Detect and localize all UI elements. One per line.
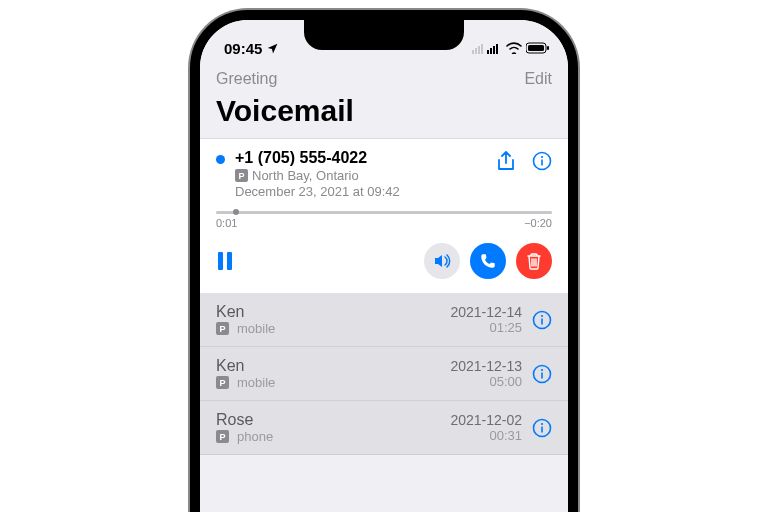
voicemail-date: 2021-12-02: [450, 412, 522, 428]
voicemail-list: Ken Pmobile 2021-12-14 01:25 Ken Pmobile…: [200, 293, 568, 455]
voicemail-datetime: December 23, 2021 at 09:42: [235, 184, 496, 199]
phone-label: phone: [237, 429, 273, 444]
unread-dot-icon: [216, 155, 225, 164]
info-icon[interactable]: [532, 151, 552, 173]
dual-signal-icon: [472, 42, 502, 54]
caller-name: Ken: [216, 303, 450, 321]
share-icon[interactable]: [496, 151, 516, 173]
speaker-button[interactable]: [424, 243, 460, 279]
caller-name: Rose: [216, 411, 450, 429]
list-item[interactable]: Ken Pmobile 2021-12-13 05:00: [200, 347, 568, 401]
voicemail-date: 2021-12-14: [450, 304, 522, 320]
svg-rect-7: [496, 44, 498, 54]
status-left: 09:45: [224, 40, 279, 57]
svg-rect-0: [472, 50, 474, 54]
voicemail-number: +1 (705) 555-4022: [235, 149, 496, 167]
svg-rect-4: [487, 50, 489, 54]
svg-rect-5: [490, 48, 492, 54]
svg-point-23: [541, 422, 543, 424]
svg-rect-15: [227, 252, 232, 270]
svg-rect-10: [547, 46, 549, 50]
svg-rect-2: [478, 46, 480, 54]
caller-name: Ken: [216, 357, 450, 375]
list-item[interactable]: Ken Pmobile 2021-12-14 01:25: [200, 293, 568, 347]
voicemail-duration: 05:00: [450, 374, 522, 389]
greeting-button[interactable]: Greeting: [216, 70, 277, 88]
svg-rect-14: [218, 252, 223, 270]
svg-rect-21: [541, 372, 543, 378]
svg-rect-24: [541, 426, 543, 432]
phone-type-badge-icon: P: [216, 322, 229, 335]
elapsed-time: 0:01: [216, 217, 237, 229]
svg-rect-9: [528, 45, 544, 51]
edit-button[interactable]: Edit: [524, 70, 552, 88]
phone-type-badge-icon: P: [235, 169, 248, 182]
phone-label: mobile: [237, 321, 275, 336]
phone-frame: 09:45 Gre: [190, 10, 578, 512]
phone-type-badge-icon: P: [216, 376, 229, 389]
playback-timeline[interactable]: 0:01 −0:20: [216, 211, 552, 229]
call-back-button[interactable]: [470, 243, 506, 279]
location-arrow-icon: [266, 42, 279, 55]
info-icon[interactable]: [532, 310, 552, 330]
svg-rect-6: [493, 46, 495, 54]
voicemail-expanded: +1 (705) 555-4022 P North Bay, Ontario D…: [200, 138, 568, 293]
pause-button[interactable]: [216, 251, 234, 271]
page-title: Voicemail: [200, 92, 568, 138]
svg-point-17: [541, 314, 543, 316]
voicemail-duration: 01:25: [450, 320, 522, 335]
svg-point-12: [541, 156, 543, 158]
screen: 09:45 Gre: [200, 20, 568, 512]
voicemail-date: 2021-12-13: [450, 358, 522, 374]
svg-rect-13: [541, 160, 543, 166]
info-icon[interactable]: [532, 364, 552, 384]
delete-button[interactable]: [516, 243, 552, 279]
svg-rect-18: [541, 318, 543, 324]
voicemail-duration: 00:31: [450, 428, 522, 443]
battery-icon: [526, 42, 550, 54]
clock-text: 09:45: [224, 40, 262, 57]
wifi-icon: [506, 42, 522, 54]
voicemail-location: North Bay, Ontario: [252, 168, 359, 183]
remaining-time: −0:20: [524, 217, 552, 229]
nav-bar: Greeting Edit: [200, 64, 568, 92]
status-right: [472, 42, 550, 54]
scrubber-knob-icon[interactable]: [233, 209, 239, 215]
list-item[interactable]: Rose Pphone 2021-12-02 00:31: [200, 401, 568, 455]
svg-point-20: [541, 368, 543, 370]
phone-label: mobile: [237, 375, 275, 390]
svg-rect-3: [481, 44, 483, 54]
info-icon[interactable]: [532, 418, 552, 438]
phone-type-badge-icon: P: [216, 430, 229, 443]
svg-rect-1: [475, 48, 477, 54]
notch: [304, 20, 464, 50]
